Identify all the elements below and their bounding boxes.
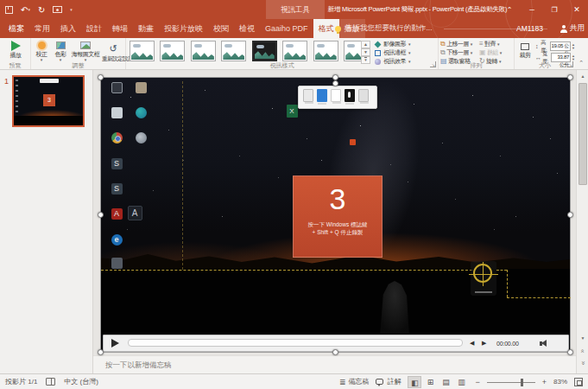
close-icon[interactable] [566,0,588,19]
recycle-bin-icon [111,82,123,93]
scroll-up-icon[interactable] [578,71,588,81]
undo-dropdown-caret[interactable] [28,7,30,12]
share-button[interactable]: 共用 [560,19,585,38]
video-style-thumbnail-selected[interactable] [252,41,277,61]
reset-design-button[interactable]: 重新設定設計 [101,40,125,62]
slide-sorter-view-icon[interactable] [423,376,437,388]
send-backward-button[interactable]: ⧉ 下移一層 [440,48,480,57]
notes-pane[interactable]: 按一下以新增備忘稿 [93,355,576,373]
tab-gaaiho-pdf[interactable]: Gaaiho PDF [260,19,313,38]
zoom-out-button[interactable]: − [475,378,479,386]
normal-view-icon[interactable] [408,376,421,388]
tab-file[interactable]: 檔案 [3,19,29,38]
sun-icon [38,41,46,49]
video-style-thumbnail[interactable] [313,41,338,61]
instruction-line-2: + Shift + Q 停止錄製 [294,228,382,236]
video-style-thumbnail[interactable] [282,41,307,61]
group-label-text: 群組 [487,48,498,57]
video-style-thumbnail[interactable] [130,41,155,61]
previous-slide-icon[interactable] [578,346,588,356]
video-step-forward-icon[interactable] [482,340,486,347]
scrollbar-thumb[interactable] [579,83,587,185]
dialog-launcher-icon[interactable] [430,61,436,67]
collapse-ribbon-icon[interactable] [579,60,584,67]
fit-to-window-icon[interactable] [574,378,583,386]
resize-handle-bottom-center[interactable] [332,349,338,355]
volume-icon[interactable] [540,340,550,348]
slide-thumbnail[interactable]: 3 [12,75,85,127]
slide-number: 1 [4,77,9,86]
countdown-number: 3 [294,182,382,216]
tab-design[interactable]: 設計 [81,19,107,38]
height-field[interactable]: 19.05 公分 [550,41,571,51]
ribbon-display-options-icon[interactable] [498,0,521,19]
vertical-scrollbar[interactable] [576,70,588,373]
zoom-in-button[interactable]: + [542,378,547,386]
tell-me-box[interactable]: 告訴我您想要執行的動作... [335,19,547,38]
video-style-thumbnail[interactable] [191,41,216,61]
align-button[interactable]: ≡ 對齊 [479,40,514,48]
resize-handle-top-right[interactable] [567,74,573,80]
tab-insert[interactable]: 插入 [55,19,81,38]
video-border-button[interactable]: 視訊邊框 [375,48,435,57]
video-progress-track[interactable] [128,339,463,347]
undo-icon[interactable] [21,3,30,16]
video-object[interactable]: S S A A e X 3 按一下 Windows 標誌鍵 + Shift + … [100,77,571,353]
notes-toggle[interactable]: 備忘稿 [339,377,370,386]
video-play-icon[interactable] [111,339,119,348]
tab-animations[interactable]: 動畫 [133,19,159,38]
next-slide-icon[interactable] [578,358,588,368]
tab-slideshow[interactable]: 投影片放映 [159,19,208,38]
video-step-back-icon[interactable] [470,340,474,347]
reading-view-icon[interactable] [439,376,452,388]
corrections-button[interactable]: 校正 [32,40,51,62]
color-icon [56,41,66,49]
rotate-handle[interactable] [332,80,338,86]
play-button[interactable]: 播放 [3,40,28,59]
video-style-thumbnail[interactable] [160,41,185,61]
tab-transitions[interactable]: 轉場 [107,19,133,38]
picture-icon [80,41,91,49]
microphone-tile [345,89,355,102]
crop-button[interactable]: 裁剪 [515,40,534,59]
resize-handle-middle-left[interactable] [98,212,104,218]
dropdown-caret [471,51,472,55]
scroll-down-icon[interactable] [578,333,588,343]
tab-home[interactable]: 常用 [29,19,55,38]
height-icon: ↕ [535,43,540,49]
height-spinner[interactable]: ▲▼ [572,43,575,50]
gallery-scroll-down-icon[interactable] [361,48,370,56]
language-indicator[interactable]: 中文 (台灣) [64,377,98,386]
tab-view[interactable]: 檢視 [234,19,260,38]
video-shape-button[interactable]: 影像圖形 [375,40,435,48]
resize-handle-top-center[interactable] [332,74,338,80]
width-spinner[interactable]: ▲▼ [572,54,575,61]
maximize-icon[interactable] [543,0,566,19]
minimize-icon[interactable] [521,0,543,19]
comments-toggle[interactable]: 註解 [376,377,401,386]
video-style-thumbnail[interactable] [221,41,246,61]
group-button: ▣ 群組 [479,48,514,57]
account-name[interactable]: AM1183 [516,19,543,38]
resize-handle-bottom-right[interactable] [567,349,573,355]
group-label-video-styles: 視訊樣式 [126,62,438,68]
resize-handle-top-left[interactable] [98,74,104,80]
color-button[interactable]: 色彩 [51,40,70,62]
proofing-icon[interactable] [46,378,55,386]
customize-qat-caret[interactable] [70,3,73,16]
zoom-slider[interactable] [487,378,535,386]
screen-record-icon[interactable] [53,3,62,16]
tab-review[interactable]: 校閱 [208,19,234,38]
gallery-scroll-up-icon[interactable] [361,41,370,48]
slideshow-view-icon[interactable] [454,376,468,388]
status-left: 投影片 1/1 中文 (台灣) [5,377,98,386]
poster-frame-button[interactable]: 海報圖文框 [70,40,101,62]
resize-handle-middle-right[interactable] [567,212,573,218]
dialog-launcher-icon[interactable] [567,61,573,67]
bring-forward-button[interactable]: ⧉ 上移一層 [440,40,480,48]
resize-handle-bottom-left[interactable] [98,349,104,355]
redo-icon[interactable] [38,3,45,16]
save-icon[interactable] [5,3,13,16]
zoom-level[interactable]: 83% [553,378,567,386]
zoom-slider-thumb[interactable] [521,379,523,386]
